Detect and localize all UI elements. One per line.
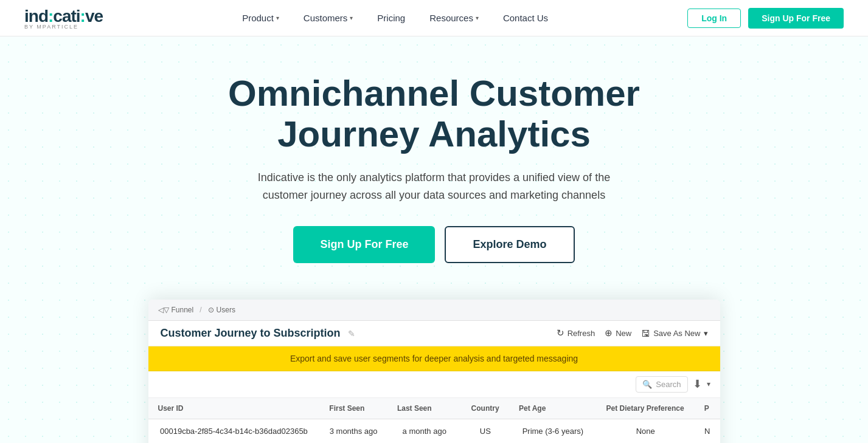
breadcrumb-separator: / [200, 306, 201, 314]
download-button[interactable]: ⬇ [693, 377, 702, 391]
nav-actions: Log In Sign Up For Free [687, 8, 844, 29]
plus-icon: ⊕ [605, 328, 613, 338]
col-country: Country [462, 398, 510, 419]
users-icon: ⊙ [208, 306, 214, 314]
chevron-down-icon: ▾ [704, 329, 708, 338]
chevron-down-icon[interactable]: ▾ [707, 380, 710, 388]
nav-links: Product ▾ Customers ▾ Pricing Resources … [230, 0, 560, 36]
hero-headline: Omnichannel Customer Journey Analytics [203, 73, 665, 154]
save-as-new-button[interactable]: 🖫 Save As New ▾ [641, 328, 707, 338]
hero-section: Omnichannel Customer Journey Analytics I… [0, 36, 868, 443]
export-banner: Export and save user segments for deeper… [148, 346, 720, 371]
cell-country: US [462, 419, 510, 443]
hero-subtext: Indicative is the only analytics platfor… [246, 169, 623, 204]
breadcrumb-users: ⊙ Users [208, 306, 235, 314]
chevron-down-icon: ▾ [276, 15, 279, 21]
dashboard-top-bar: ◁▽ Funnel / ⊙ Users [148, 300, 720, 321]
search-icon: 🔍 [642, 380, 652, 389]
cell-user-id: 00019cba-2f85-4c34-b14c-b36dad02365b [148, 419, 320, 443]
dashboard-title-bar: Customer Journey to Subscription ✎ ↻ Ref… [148, 321, 720, 346]
filter-icon: ◁▽ [158, 306, 169, 314]
logo-dot: : [48, 7, 53, 26]
search-box[interactable]: 🔍 Search [636, 376, 687, 393]
col-user-id: User ID [148, 398, 320, 419]
cell-last-seen: a month ago [387, 419, 462, 443]
hero-buttons: Sign Up For Free Explore Demo [203, 226, 665, 263]
signup-hero-button[interactable]: Sign Up For Free [293, 226, 435, 263]
col-p: P [695, 398, 720, 419]
save-icon: 🖫 [641, 328, 650, 338]
chevron-down-icon: ▾ [350, 15, 353, 21]
cell-first-seen: 3 months ago [319, 419, 387, 443]
nav-link-customers[interactable]: Customers ▾ [291, 0, 366, 36]
dashboard-actions: ↻ Refresh ⊕ New 🖫 Save As New ▾ [557, 328, 708, 338]
explore-demo-button[interactable]: Explore Demo [445, 226, 574, 263]
hero-content: Omnichannel Customer Journey Analytics I… [203, 73, 665, 263]
col-last-seen: Last Seen [387, 398, 462, 419]
data-table: User ID First Seen Last Seen Country Pet… [148, 398, 720, 443]
logo: ind:cati:ve BY MPARTICLE [24, 7, 103, 30]
col-first-seen: First Seen [319, 398, 387, 419]
new-button[interactable]: ⊕ New [605, 328, 631, 338]
table-row: 00019cba-2f85-4c34-b14c-b36dad02365b 3 m… [148, 419, 720, 443]
col-dietary: Pet Dietary Preference [597, 398, 695, 419]
dashboard-preview: ◁▽ Funnel / ⊙ Users Customer Journey to … [148, 300, 720, 443]
nav-link-contact[interactable]: Contact Us [491, 0, 560, 36]
col-pet-age: Pet Age [509, 398, 597, 419]
dashboard-title-group: Customer Journey to Subscription ✎ [161, 327, 356, 340]
table-header-row: User ID First Seen Last Seen Country Pet… [148, 398, 720, 419]
cell-p: N [695, 419, 720, 443]
breadcrumb-funnel: ◁▽ Funnel [158, 306, 194, 314]
logo-dot2: : [80, 7, 85, 26]
login-button[interactable]: Log In [687, 9, 741, 28]
edit-icon[interactable]: ✎ [348, 329, 355, 338]
cell-pet-age: Prime (3-6 years) [509, 419, 597, 443]
nav-link-resources[interactable]: Resources ▾ [417, 0, 491, 36]
refresh-button[interactable]: ↻ Refresh [557, 328, 595, 338]
signup-nav-button[interactable]: Sign Up For Free [748, 8, 844, 29]
refresh-icon: ↻ [557, 328, 564, 338]
dashboard-title: Customer Journey to Subscription [161, 327, 341, 339]
main-nav: ind:cati:ve BY MPARTICLE Product ▾ Custo… [0, 0, 868, 36]
cell-dietary: None [597, 419, 695, 443]
table-search-bar: 🔍 Search ⬇ ▾ [148, 371, 720, 398]
nav-link-product[interactable]: Product ▾ [230, 0, 291, 36]
chevron-down-icon: ▾ [476, 15, 479, 21]
nav-link-pricing[interactable]: Pricing [365, 0, 417, 36]
